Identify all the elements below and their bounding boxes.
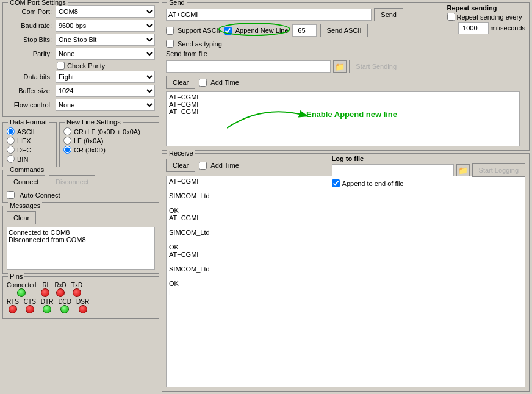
baud-rate-select[interactable]: 9600 bps	[56, 20, 155, 32]
flow-control-label: Flow control:	[7, 101, 56, 109]
pin-txd: TxD	[71, 282, 82, 297]
pin-dtr: DTR	[41, 298, 54, 313]
pin-rts-label: RTS	[7, 298, 19, 305]
receive-title: Receive	[167, 149, 195, 157]
recv-line-12	[169, 258, 522, 265]
recv-line-3: SIMCOM_Ltd	[169, 192, 522, 199]
com-port-select[interactable]: COM8	[56, 5, 155, 18]
parity-label: Parity:	[7, 50, 56, 57]
recv-line-8: SIMCOM_Ltd	[169, 229, 522, 236]
ascii-label: ASCII	[17, 128, 35, 135]
send-output-area: AT+CGMI AT+CGMI AT+CGMI	[166, 91, 525, 146]
connect-button[interactable]: Connect	[7, 175, 45, 188]
send-button[interactable]: Send	[374, 8, 403, 21]
recv-line-11: AT+CGMI	[169, 251, 522, 258]
stop-bits-select[interactable]: One Stop Bit	[56, 34, 155, 46]
bin-radio[interactable]	[7, 155, 15, 163]
pin-connected: Connected	[7, 282, 36, 297]
flow-control-select[interactable]: None	[56, 99, 155, 111]
send-ascii-button[interactable]: Send ASCII	[320, 24, 368, 37]
hex-label: HEX	[17, 137, 31, 145]
data-bits-label: Data bits:	[7, 73, 56, 81]
com-port-settings: COM Port Settings Com Port: COM8 Baud ra…	[2, 2, 159, 117]
data-bits-select[interactable]: Eight	[56, 71, 155, 83]
messages-group: Messages Clear Connected to COM8 Disconn…	[2, 206, 159, 274]
new-line-title: New Line Settings	[65, 118, 123, 126]
pin-dcd-label: DCD	[58, 298, 71, 305]
repeat-every-label: Repeat sending every	[457, 13, 522, 21]
messages-clear-button[interactable]: Clear	[7, 211, 36, 224]
folder-button[interactable]: 📁	[333, 60, 347, 73]
hex-radio[interactable]	[7, 137, 15, 145]
recv-line-7	[169, 221, 522, 229]
recv-line-13: SIMCOM_Ltd	[169, 265, 522, 273]
pin-rxd-label: RxD	[54, 282, 66, 288]
pin-ri-label: RI	[42, 282, 48, 288]
messages-title: Messages	[8, 202, 42, 209]
receive-add-time-checkbox[interactable]	[199, 162, 207, 170]
pin-ri-led	[41, 288, 49, 297]
bin-label: BIN	[17, 156, 28, 163]
support-ascii-label: Support ASCII	[178, 27, 220, 34]
check-parity-checkbox[interactable]	[57, 62, 65, 70]
buffer-size-label: Buffer size:	[7, 87, 56, 95]
repeat-sending-title: Repeat sending	[447, 4, 525, 12]
lf-label: LF (0x0A)	[74, 137, 103, 145]
send-title: Send	[167, 0, 187, 6]
recv-line-15: OK	[169, 280, 522, 287]
disconnect-button[interactable]: Disconnect	[49, 175, 95, 188]
ascii-spinbox[interactable]	[292, 24, 317, 37]
pin-dcd: DCD	[58, 298, 71, 313]
start-sending-button[interactable]: Start Sending	[349, 60, 403, 73]
dec-label: DEC	[17, 146, 31, 154]
repeat-sending-checkbox[interactable]	[447, 13, 455, 21]
log-file-input[interactable]	[332, 164, 454, 176]
pin-connected-led	[17, 288, 26, 297]
crlf-radio[interactable]	[63, 127, 71, 135]
send-file-input[interactable]	[166, 60, 331, 73]
send-input[interactable]	[166, 9, 372, 21]
auto-connect-checkbox[interactable]	[7, 191, 15, 199]
send-add-time-checkbox[interactable]	[199, 79, 207, 87]
parity-select[interactable]: None	[56, 48, 155, 60]
append-to-file-checkbox[interactable]	[332, 179, 340, 187]
pin-dtr-led	[43, 305, 51, 313]
pin-dsr: DSR	[76, 298, 89, 313]
cr-radio[interactable]	[63, 146, 71, 154]
buffer-size-select[interactable]: 1024	[56, 85, 155, 97]
send-output-line-2: AT+CGMI	[169, 101, 522, 108]
append-to-file-label: Append to end of file	[342, 180, 404, 187]
recv-line-5: OK	[169, 207, 522, 214]
receive-clear-button[interactable]: Clear	[166, 159, 195, 172]
cr-label: CR (0x0D)	[74, 146, 106, 154]
lf-radio[interactable]	[63, 137, 71, 145]
pin-rxd: RxD	[54, 282, 66, 297]
auto-connect-label: Auto Connect	[20, 192, 60, 199]
data-format-title: Data Format	[8, 118, 49, 126]
start-logging-button[interactable]: Start Logging	[472, 163, 525, 177]
ascii-radio[interactable]	[7, 127, 15, 135]
append-new-line-checkbox[interactable]	[224, 27, 232, 35]
recv-line-9	[169, 236, 522, 243]
log-to-file-group: Log to file 📁 Start Logging Append to en…	[332, 155, 525, 187]
send-section: Send Repeat sending Repeat sending every…	[162, 2, 530, 151]
pin-connected-label: Connected	[7, 282, 36, 288]
recv-line-14	[169, 273, 522, 280]
send-scrollbar[interactable]	[519, 91, 525, 146]
log-folder-button[interactable]: 📁	[456, 164, 470, 176]
dec-radio[interactable]	[7, 146, 15, 154]
stop-bits-label: Stop Bits:	[7, 36, 56, 43]
com-port-title: COM Port Settings	[8, 0, 68, 6]
pin-txd-led	[73, 288, 81, 297]
recv-cursor: |	[169, 287, 522, 295]
send-clear-button[interactable]: Clear	[166, 76, 195, 89]
pin-dsr-led	[79, 305, 87, 313]
support-ascii-checkbox[interactable]	[166, 27, 174, 35]
recv-line-4	[169, 199, 522, 207]
pin-cts: CTS	[24, 298, 36, 313]
send-output-line-1: AT+CGMI	[169, 93, 522, 101]
pins-group: Pins Connected RI RxD TxD	[2, 276, 159, 319]
send-from-file-label: Send from file	[166, 50, 207, 57]
recv-line-10: OK	[169, 243, 522, 251]
send-as-typing-checkbox[interactable]	[166, 40, 174, 48]
